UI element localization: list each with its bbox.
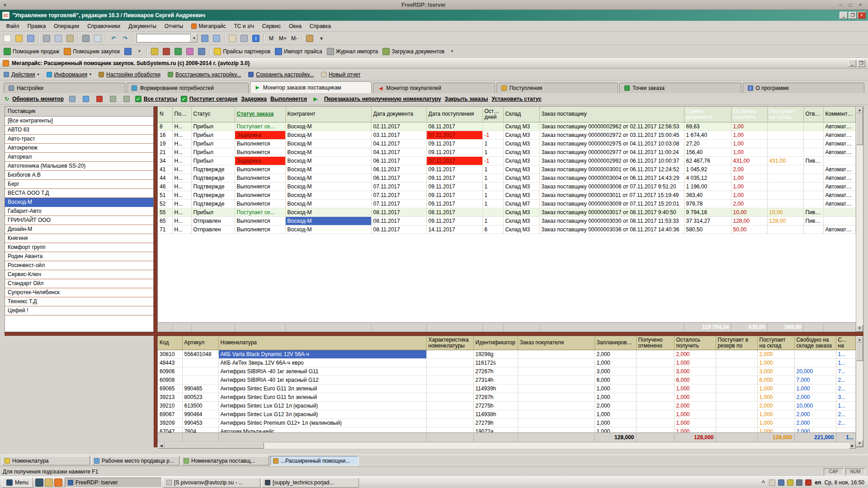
items-column-header[interactable]: Поступает на склад — [757, 336, 794, 350]
toolbar-options-button[interactable]: ▾ — [316, 33, 327, 43]
scroll-up-icon[interactable]: ▲ — [856, 107, 863, 113]
orders-table-row[interactable]: 16Н...ПрибылЗадержкаВосход-М03.11.201707… — [158, 131, 856, 139]
cut-button[interactable] — [41, 33, 52, 43]
prices-button[interactable] — [149, 47, 160, 56]
staff-button[interactable] — [123, 47, 133, 56]
rdp-maximize-button[interactable]: □ — [846, 2, 854, 8]
menu-item[interactable]: Операции — [50, 22, 83, 31]
refresh-monitor-link[interactable]: ↻Обновить монитор — [4, 96, 64, 102]
save-settings-action[interactable]: Сохранить настройку... — [248, 71, 314, 78]
items-column-header[interactable]: Характеристика номенклатуры — [426, 336, 473, 350]
app-close-button[interactable]: × — [858, 12, 866, 19]
supplier-list-item[interactable]: Дизайн-М — [5, 225, 153, 234]
print-preview-button[interactable] — [92, 33, 103, 43]
keyboard-layout-indicator[interactable]: en — [815, 479, 821, 486]
rdp-close-button[interactable]: × — [856, 2, 864, 8]
filter-clear-button[interactable] — [94, 94, 104, 104]
orders-table-row[interactable]: 71Н...ОтправленВыполняетсяВосход-М08.11.… — [158, 225, 856, 234]
orders-column-header[interactable]: N — [158, 107, 172, 122]
supplier-list-item[interactable]: Восход-М — [5, 198, 153, 207]
mdi-minimize-button[interactable]: _ — [848, 60, 856, 67]
items-table-row[interactable]: 48443АКБ АкТех Зверь 12V 66А-ч евро11617… — [158, 359, 856, 367]
items-table-row[interactable]: 39209990453Антифриз Sintec Premium G12+ … — [158, 419, 856, 427]
items-table-row[interactable]: 69067990464Антифриз Sintec Lux G12 3л (к… — [158, 410, 856, 419]
items-table-row[interactable]: 39213800523Антифриз Sintec Euro G11 5л з… — [158, 393, 856, 402]
items-column-header[interactable]: Поступает в резерв по — [716, 336, 757, 350]
horizontal-splitter[interactable] — [5, 332, 863, 336]
supplier-list-item[interactable]: Цефей ! — [5, 306, 153, 315]
restore-settings-action[interactable]: Восстановить настройку... — [168, 71, 241, 78]
rdp-minimize-button[interactable]: – — [836, 2, 844, 8]
items-column-header[interactable]: Свободно на складе заказа — [794, 336, 836, 350]
supplier-list-item[interactable]: Автореал — [5, 153, 153, 162]
menu-button[interactable]: Menu — [2, 478, 33, 488]
tab-order-points-tab[interactable]: Точки заказа — [619, 83, 741, 93]
filter-settings-button[interactable] — [81, 94, 91, 104]
information-action[interactable]: Информация▾ — [47, 71, 92, 78]
scroll-left-icon[interactable]: ◀ — [158, 442, 165, 449]
orders-column-header[interactable]: Поступает на склад — [767, 107, 803, 122]
processing-settings-action[interactable]: Настройки обработки — [99, 71, 160, 78]
info-button[interactable]: i — [250, 33, 261, 43]
reorder-link-link[interactable]: Перезаказать неполученную номенклатуру — [324, 96, 441, 102]
scroll-down-icon[interactable]: ▼ — [856, 325, 863, 332]
all-statuses-link[interactable]: ✓Все статусы — [135, 96, 177, 102]
registration-button[interactable] — [196, 47, 207, 56]
memory-button[interactable]: М — [266, 33, 276, 43]
find-next-button[interactable] — [211, 33, 222, 43]
items-horizontal-scrollbar[interactable]: ◀ ▶ — [158, 442, 856, 449]
clipboard-icon[interactable] — [769, 479, 775, 486]
redo-button[interactable]: ↷ — [120, 33, 131, 43]
taskbar-window-button[interactable]: [supply_technics:porjad... — [262, 478, 359, 488]
supplier-list-item[interactable]: Авто-траст — [5, 135, 153, 144]
supplier-list-item[interactable]: Безбогов А.В — [5, 171, 153, 180]
supplier-list-item[interactable]: ГРИНЛАЙТ ООО — [5, 216, 153, 225]
quick-search-input[interactable] — [137, 34, 191, 42]
tab-customers-tab[interactable]: ◀Монитор покупателей — [373, 83, 495, 93]
menu-item[interactable]: Окна — [285, 22, 306, 31]
orders-table-row[interactable]: 46Н...ПодтверждеВыполняетсяВосход-М07.11… — [158, 182, 856, 191]
network-icon[interactable] — [778, 479, 784, 486]
window-tab[interactable]: Номенклатура — [2, 456, 90, 465]
actions-action[interactable]: Действия▾ — [4, 71, 39, 78]
orders-table-row[interactable]: 34Н...ПрибылЗадержкаВосход-М06.11.201707… — [158, 156, 856, 165]
volume-icon[interactable] — [796, 479, 802, 486]
tab-about-tab[interactable]: iО программе — [743, 83, 864, 93]
orders-column-header[interactable]: Осталось получить — [731, 107, 767, 122]
reorder-play-button[interactable]: ▶ — [311, 94, 321, 104]
competitors-button[interactable] — [161, 47, 172, 56]
orders-table-row[interactable]: 19Н...ПрибылВыполняетсяВосход-М04.11.201… — [158, 139, 856, 148]
tray-expander-icon[interactable]: ^ — [760, 479, 766, 486]
orders-column-header[interactable]: Контрагент — [285, 107, 371, 122]
orders-column-header[interactable]: Отве... — [803, 107, 823, 122]
orders-vertical-scrollbar[interactable]: ▲ ▼ — [856, 107, 863, 332]
orders-table-row[interactable]: 65Н...ОтправленВыполняетсяВосход-М08.11.… — [158, 216, 856, 225]
tab-supplier-orders-tab[interactable]: ▶Монитор заказов поставщикам — [250, 81, 372, 93]
orders-table-row[interactable]: 21Н...ПрибылВыполняетсяВосход-М04.11.201… — [158, 148, 856, 156]
orders-table-row[interactable]: 55Н...ПрибылПоступает се...Восход-М08.11… — [158, 208, 856, 216]
analysis-button[interactable] — [173, 47, 184, 56]
new-report-action[interactable]: Новый отчет — [321, 71, 360, 78]
scrollbar-track[interactable] — [856, 361, 863, 440]
tab-needs-tab[interactable]: Формирование потребностей — [127, 83, 248, 93]
supplier-list-item[interactable]: Супротек-Челябинск — [5, 288, 153, 297]
supplier-list-item[interactable]: Габарит-Авто — [5, 207, 153, 216]
orders-table-row[interactable]: 44Н...ПодтверждеВыполняетсяВосход-М06.11… — [158, 174, 856, 182]
menu-item[interactable]: Мегапрайс — [187, 22, 230, 31]
arrives-today-link[interactable]: ✓Поступит сегодня — [181, 96, 237, 102]
supplier-list-item[interactable]: АВТО 63 — [5, 126, 153, 135]
orders-column-header[interactable]: Сумма документа — [684, 107, 731, 122]
orders-table-row[interactable]: 41Н...ПодтверждеВыполняетсяВосход-М06.11… — [158, 165, 856, 174]
partner-prices-button[interactable]: Прайсы партнеров — [212, 47, 272, 56]
memory-add-button[interactable]: М+ — [277, 33, 288, 43]
orders-column-header[interactable]: Комментарий — [823, 107, 856, 122]
menu-item[interactable]: Отчеты — [160, 22, 187, 31]
copy-button[interactable] — [53, 33, 64, 43]
calculator-button[interactable] — [239, 33, 250, 43]
doc-load-button[interactable]: Загрузка документов — [381, 47, 446, 56]
sales-assistant-button[interactable]: Помощник продаж — [2, 47, 61, 56]
items-column-header[interactable]: Получено отменено — [636, 336, 674, 350]
menu-item[interactable]: Файл — [2, 22, 24, 31]
power-icon[interactable] — [805, 479, 811, 486]
text-editor-icon[interactable] — [787, 479, 793, 486]
